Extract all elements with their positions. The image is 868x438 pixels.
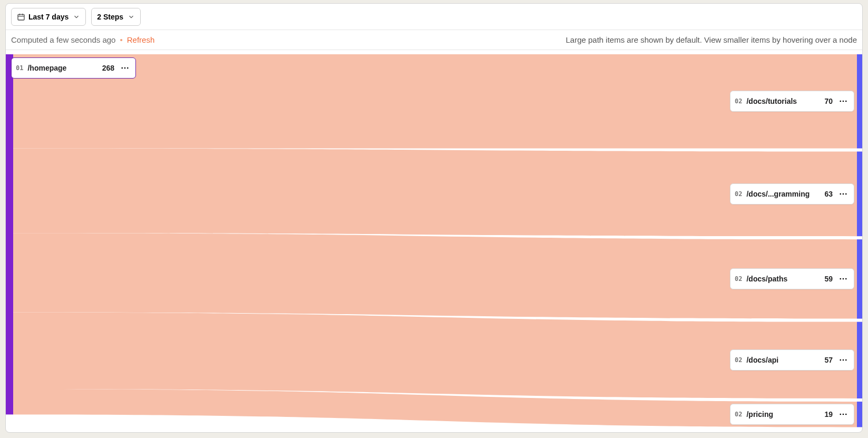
sankey-target-bar[interactable] [857, 322, 862, 398]
node-step-badge: 02 [735, 356, 742, 364]
svg-point-18 [845, 414, 847, 415]
svg-point-16 [840, 414, 841, 415]
node-label: /homepage [27, 64, 97, 72]
svg-point-13 [840, 359, 841, 361]
svg-point-9 [845, 193, 847, 194]
sankey-source-bar[interactable] [6, 54, 13, 414]
computed-time-label: Computed a few seconds ago [11, 35, 115, 44]
node-step-badge: 02 [735, 275, 742, 283]
more-horizontal-icon [838, 189, 848, 199]
sankey-chart[interactable]: 01 /homepage 268 02/docs/tutorials7002/d… [6, 50, 862, 432]
sankey-target-node[interactable]: 02/pricing19 [730, 404, 854, 425]
svg-point-8 [843, 193, 844, 194]
refresh-link[interactable]: Refresh [127, 35, 155, 44]
more-horizontal-icon [838, 274, 848, 284]
node-step-badge: 01 [16, 64, 23, 72]
svg-point-7 [840, 193, 841, 194]
sankey-source-node[interactable]: 01 /homepage 268 [11, 57, 136, 79]
node-label: /pricing [746, 410, 820, 418]
svg-rect-0 [18, 14, 24, 20]
node-label: /docs/paths [746, 275, 820, 283]
node-menu-button[interactable] [119, 62, 131, 74]
node-menu-button[interactable] [837, 95, 850, 108]
svg-point-2 [124, 67, 126, 69]
node-value: 19 [824, 410, 833, 418]
svg-point-14 [843, 359, 844, 361]
steps-dropdown[interactable]: 2 Steps [91, 8, 141, 26]
node-menu-button[interactable] [837, 188, 850, 200]
node-label: /docs/api [746, 356, 820, 364]
sankey-target-node[interactable]: 02/docs/...gramming63 [730, 183, 854, 205]
sankey-target-bar[interactable] [857, 239, 862, 318]
svg-point-11 [843, 278, 844, 280]
svg-point-15 [845, 359, 847, 361]
svg-point-3 [127, 67, 129, 69]
node-value: 57 [824, 356, 833, 364]
calendar-icon [17, 13, 25, 21]
sankey-target-node[interactable]: 02/docs/tutorials70 [730, 91, 854, 112]
more-horizontal-icon [838, 96, 848, 106]
sankey-target-bar[interactable] [857, 54, 862, 149]
node-menu-button[interactable] [837, 272, 850, 285]
svg-point-5 [843, 101, 844, 102]
more-horizontal-icon [120, 63, 130, 73]
node-step-badge: 02 [735, 190, 742, 198]
svg-point-17 [843, 414, 844, 415]
node-label: /docs/tutorials [746, 97, 820, 105]
svg-point-1 [121, 67, 123, 69]
node-value: 59 [824, 275, 833, 283]
node-label: /docs/...gramming [746, 190, 820, 198]
sankey-target-bar[interactable] [857, 152, 862, 237]
steps-label: 2 Steps [97, 13, 123, 21]
svg-point-4 [840, 101, 841, 102]
status-bar: Computed a few seconds ago • Refresh Lar… [6, 30, 862, 50]
help-text: Large path items are shown by default. V… [565, 35, 857, 44]
chevron-down-icon [128, 13, 135, 21]
node-step-badge: 02 [735, 411, 742, 418]
more-horizontal-icon [838, 410, 848, 419]
sankey-target-node[interactable]: 02/docs/paths59 [730, 268, 854, 289]
sankey-target-bar[interactable] [857, 402, 862, 427]
node-value: 63 [824, 190, 833, 198]
svg-point-12 [845, 278, 847, 280]
date-range-dropdown[interactable]: Last 7 days [11, 8, 86, 26]
node-step-badge: 02 [735, 98, 742, 105]
node-value: 70 [824, 97, 833, 105]
sankey-target-node[interactable]: 02/docs/api57 [730, 349, 854, 371]
node-menu-button[interactable] [837, 408, 850, 421]
more-horizontal-icon [838, 355, 848, 365]
chevron-down-icon [73, 13, 80, 21]
bullet-separator: • [120, 35, 122, 44]
date-range-label: Last 7 days [28, 13, 69, 21]
svg-point-6 [845, 101, 847, 102]
node-menu-button[interactable] [837, 354, 850, 366]
svg-point-10 [840, 278, 841, 280]
toolbar: Last 7 days 2 Steps [6, 4, 862, 30]
sankey-panel: Last 7 days 2 Steps Computed a few secon… [5, 3, 863, 433]
node-value: 268 [102, 64, 114, 72]
